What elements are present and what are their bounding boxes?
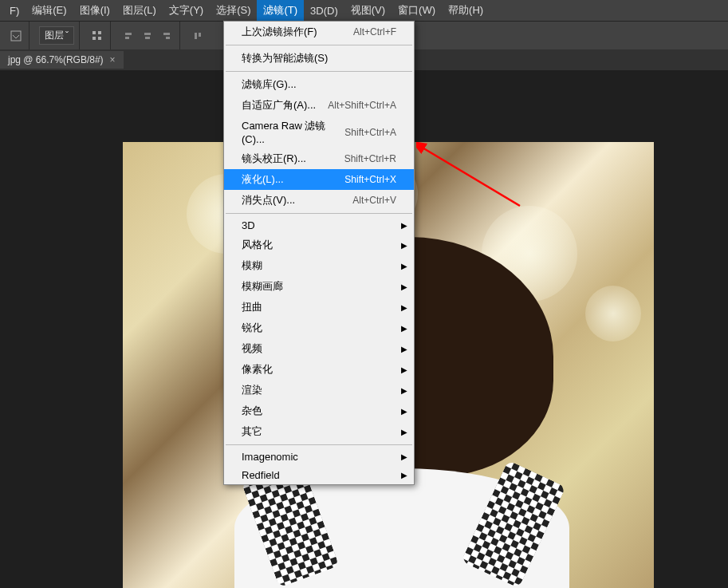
menu-item-label: 其它 xyxy=(242,424,262,439)
submenu-arrow-icon: ▶ xyxy=(401,428,407,436)
dropdown-icon[interactable] xyxy=(8,28,24,44)
menu-shortcut: Shift+Ctrl+A xyxy=(344,127,396,138)
menu-shortcut: Shift+Ctrl+X xyxy=(344,174,396,185)
menu-shortcut: Alt+Ctrl+V xyxy=(352,195,396,206)
menu-item-label: 模糊 xyxy=(242,258,262,273)
menu-shortcut: Shift+Ctrl+R xyxy=(344,153,396,164)
submenu-arrow-icon: ▶ xyxy=(401,221,407,230)
submenu-arrow-icon: ▶ xyxy=(401,241,407,250)
menubar-item[interactable]: 视图(V) xyxy=(344,0,392,21)
menu-item-label: Redfield xyxy=(242,469,280,481)
align-top-icon[interactable] xyxy=(190,28,206,44)
menu-item[interactable]: Redfield▶ xyxy=(224,466,414,484)
menu-item[interactable]: 锐化▶ xyxy=(224,318,414,338)
layer-label: 图层 xyxy=(45,29,64,42)
menu-separator xyxy=(226,213,412,214)
menubar-item[interactable]: 文字(Y) xyxy=(163,0,210,21)
menu-item-label: Camera Raw 滤镜(C)... xyxy=(242,119,344,145)
menu-item[interactable]: 消失点(V)...Alt+Ctrl+V xyxy=(224,190,414,211)
menu-item[interactable]: 3D▶ xyxy=(224,216,414,235)
menu-item-label: 滤镜库(G)... xyxy=(242,77,297,92)
svg-rect-4 xyxy=(98,37,101,40)
menu-item-label: 自适应广角(A)... xyxy=(242,98,316,112)
menu-item-label: 镜头校正(R)... xyxy=(242,152,306,166)
menu-separator xyxy=(226,71,412,72)
menu-item[interactable]: 模糊▶ xyxy=(224,255,414,276)
menu-shortcut: Alt+Ctrl+F xyxy=(353,26,396,37)
menubar: F)编辑(E)图像(I)图层(L)文字(Y)选择(S)滤镜(T)3D(D)视图(… xyxy=(0,0,728,21)
menubar-item[interactable]: F) xyxy=(3,2,26,20)
menubar-item[interactable]: 帮助(H) xyxy=(442,0,490,21)
menu-separator xyxy=(226,45,412,45)
submenu-arrow-icon: ▶ xyxy=(401,303,407,312)
menu-item-label: 渲染 xyxy=(242,383,262,397)
menu-item-label: 杂色 xyxy=(242,404,262,418)
menu-item[interactable]: Imagenomic▶ xyxy=(224,448,414,466)
menu-item[interactable]: 转换为智能滤镜(S) xyxy=(224,48,414,69)
submenu-arrow-icon: ▶ xyxy=(401,345,407,353)
layer-select[interactable]: 图层 ˇ xyxy=(39,26,74,45)
menubar-item[interactable]: 编辑(E) xyxy=(26,0,73,21)
menu-item-label: 锐化 xyxy=(242,321,262,335)
document-tab[interactable]: jpg @ 66.7%(RGB/8#) × xyxy=(0,51,124,69)
menu-item[interactable]: 杂色▶ xyxy=(224,401,414,421)
menu-item[interactable]: 视频▶ xyxy=(224,338,414,359)
submenu-arrow-icon: ▶ xyxy=(401,365,407,374)
menu-item-label: 模糊画廊 xyxy=(242,279,283,294)
menu-item-label: 扭曲 xyxy=(242,300,262,314)
menubar-item[interactable]: 窗口(W) xyxy=(392,0,442,21)
menu-shortcut: Alt+Shift+Ctrl+A xyxy=(328,100,396,111)
menubar-item[interactable]: 滤镜(T) xyxy=(257,0,304,21)
menu-item-label: 上次滤镜操作(F) xyxy=(242,25,317,39)
menu-item-label: 液化(L)... xyxy=(242,172,284,187)
submenu-arrow-icon: ▶ xyxy=(401,407,407,416)
menubar-item[interactable]: 3D(D) xyxy=(304,2,344,20)
menu-item[interactable]: Camera Raw 滤镜(C)...Shift+Ctrl+A xyxy=(224,116,414,148)
menu-item[interactable]: 扭曲▶ xyxy=(224,297,414,318)
menu-item-label: 3D xyxy=(242,219,255,231)
filter-menu-dropdown: 上次滤镜操作(F)Alt+Ctrl+F转换为智能滤镜(S)滤镜库(G)...自适… xyxy=(223,21,415,485)
menu-item-label: 像素化 xyxy=(242,362,273,377)
menu-item[interactable]: 像素化▶ xyxy=(224,359,414,380)
svg-rect-0 xyxy=(11,31,21,41)
svg-rect-1 xyxy=(92,31,96,34)
align-tool-icon[interactable] xyxy=(89,28,105,44)
submenu-arrow-icon: ▶ xyxy=(401,471,407,479)
menu-item-label: 视频 xyxy=(242,341,262,356)
align-center-h-icon[interactable] xyxy=(140,28,155,44)
submenu-arrow-icon: ▶ xyxy=(401,262,407,270)
menu-item[interactable]: 渲染▶ xyxy=(224,380,414,401)
menu-item[interactable]: 模糊画廊▶ xyxy=(224,276,414,297)
menu-item-label: 转换为智能滤镜(S) xyxy=(242,51,328,65)
menu-item-label: 消失点(V)... xyxy=(242,193,295,207)
menu-item[interactable]: 液化(L)...Shift+Ctrl+X xyxy=(224,169,414,190)
menu-separator xyxy=(226,444,412,445)
menu-item-label: Imagenomic xyxy=(242,451,298,463)
menubar-item[interactable]: 图像(I) xyxy=(73,0,116,21)
tab-title: jpg @ 66.7%(RGB/8#) xyxy=(8,54,104,65)
submenu-arrow-icon: ▶ xyxy=(401,324,407,333)
submenu-arrow-icon: ▶ xyxy=(401,386,407,395)
menu-item[interactable]: 滤镜库(G)... xyxy=(224,74,414,95)
menu-item[interactable]: 上次滤镜操作(F)Alt+Ctrl+F xyxy=(224,22,414,42)
align-right-icon[interactable] xyxy=(159,28,175,44)
menu-item[interactable]: 其它▶ xyxy=(224,421,414,442)
menu-item[interactable]: 风格化▶ xyxy=(224,235,414,255)
svg-rect-3 xyxy=(92,37,96,40)
chevron-down-icon: ˇ xyxy=(65,30,69,41)
submenu-arrow-icon: ▶ xyxy=(401,452,407,461)
close-icon[interactable]: × xyxy=(110,54,116,65)
align-left-icon[interactable] xyxy=(120,28,136,44)
menubar-item[interactable]: 图层(L) xyxy=(116,0,163,21)
svg-rect-2 xyxy=(98,31,101,34)
menu-item[interactable]: 自适应广角(A)...Alt+Shift+Ctrl+A xyxy=(224,95,414,116)
menubar-item[interactable]: 选择(S) xyxy=(210,0,257,21)
submenu-arrow-icon: ▶ xyxy=(401,282,407,291)
menu-item-label: 风格化 xyxy=(242,238,273,252)
menu-item[interactable]: 镜头校正(R)...Shift+Ctrl+R xyxy=(224,148,414,169)
